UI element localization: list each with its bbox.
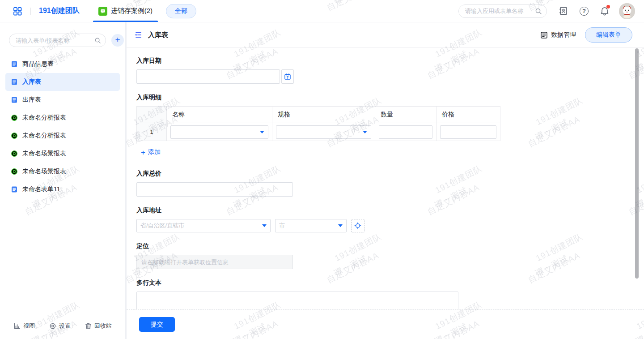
province-select[interactable]: 省/自治区/直辖市	[136, 219, 271, 232]
notification-badge	[606, 5, 610, 9]
sidebar-item-form-active[interactable]: 入库表	[5, 73, 120, 91]
sidebar-item-form[interactable]: 未命名表单11	[5, 180, 120, 198]
detail-subform-table: 名称 规格 数量 价格 1	[136, 106, 500, 141]
vertical-scrollbar-thumb[interactable]	[635, 48, 639, 279]
sidebar-item-form[interactable]: 出库表	[5, 91, 120, 109]
crosshair-location-icon	[354, 222, 361, 229]
notification-bell-icon[interactable]	[600, 6, 609, 16]
table-header-row: 名称 规格 数量 价格	[137, 107, 500, 123]
trash-icon	[85, 322, 92, 330]
top-header: 191创建团队 进销存案例(2) 全部	[0, 0, 644, 22]
form-header: 入库表 数据管理 编辑表单	[127, 22, 644, 48]
column-header-name: 名称	[167, 107, 272, 123]
form-doc-icon	[11, 60, 18, 68]
recycle-bin-button[interactable]: 回收站	[85, 322, 112, 330]
app-window: 191创建团队 进销存案例(2) 全部	[0, 0, 644, 339]
report-icon	[11, 132, 18, 139]
global-search-input[interactable]	[465, 8, 535, 14]
form-doc-icon	[11, 186, 18, 193]
locate-button[interactable]	[351, 219, 364, 232]
user-avatar[interactable]	[619, 3, 635, 19]
settings-button[interactable]: 设置	[49, 322, 71, 330]
sidebar-item-label: 商品信息表	[22, 60, 54, 68]
views-button[interactable]: 视图	[13, 322, 35, 330]
sidebar-item-report[interactable]: 未命名场景报表	[5, 145, 120, 163]
submit-button[interactable]: 提交	[139, 317, 175, 332]
field-label-date: 入库日期	[136, 57, 644, 65]
apps-grid-icon[interactable]	[13, 6, 22, 16]
sidebar-item-label: 出库表	[22, 96, 41, 104]
contacts-icon[interactable]	[559, 6, 568, 16]
report-icon	[11, 150, 18, 157]
gear-icon	[49, 322, 56, 330]
column-header-index	[137, 107, 167, 123]
form-doc-icon	[11, 78, 18, 86]
sidebar-item-report[interactable]: 未命名分析报表	[5, 127, 120, 145]
sidebar-form-list: 商品信息表 入库表 出库表 未命名分析报表 未命名分析报表	[0, 53, 125, 317]
table-row: 1	[137, 123, 500, 141]
team-name-link[interactable]: 191创建团队	[39, 6, 80, 16]
sidebar-item-report[interactable]: 未命名场景报表	[5, 163, 120, 180]
date-input[interactable]	[136, 69, 280, 84]
header-left: 191创建团队 进销存案例(2) 全部	[13, 0, 196, 22]
collapse-sidebar-icon[interactable]	[134, 30, 143, 39]
spec-select[interactable]	[276, 125, 371, 139]
price-input[interactable]	[440, 125, 496, 139]
chevron-down-icon	[338, 224, 343, 227]
field-label-address: 入库地址	[136, 206, 644, 215]
header-right: ?	[458, 3, 635, 19]
form-doc-icon	[11, 96, 18, 103]
city-select[interactable]: 市	[275, 219, 347, 232]
sidebar: + 商品信息表 入库表 出库表 未命名分析报表	[0, 22, 125, 339]
header-icon-group: ?	[559, 6, 609, 16]
help-icon[interactable]: ?	[580, 7, 589, 16]
sidebar-item-label: 未命名场景报表	[22, 167, 66, 176]
field-label-location: 定位	[136, 242, 644, 250]
sidebar-item-label: 未命名表单11	[22, 185, 60, 193]
column-header-spec: 规格	[272, 107, 375, 123]
chevron-down-icon	[262, 224, 267, 227]
scope-all-button[interactable]: 全部	[166, 4, 196, 18]
row-index: 1	[137, 123, 167, 141]
tab-app-current[interactable]: 进销存案例(2)	[98, 0, 153, 22]
location-input	[136, 255, 293, 269]
sidebar-search-box	[9, 34, 106, 47]
field-label-detail: 入库明细	[136, 94, 644, 102]
chevron-down-icon	[363, 131, 367, 133]
sidebar-item-label: 入库表	[22, 78, 41, 86]
calendar-button[interactable]	[281, 69, 294, 84]
sidebar-item-label: 未命名分析报表	[22, 132, 66, 140]
sidebar-search-input[interactable]	[16, 37, 94, 44]
header-divider	[30, 8, 31, 15]
total-price-input[interactable]	[136, 182, 293, 197]
main-pane: 入库表 数据管理 编辑表单 入库日期	[127, 22, 644, 339]
form-actions: 数据管理 编辑表单	[540, 27, 632, 43]
report-icon	[11, 168, 18, 175]
column-header-price: 价格	[436, 107, 500, 123]
search-icon[interactable]	[535, 8, 542, 15]
address-field-row: 省/自治区/直辖市 市	[136, 219, 644, 232]
data-list-icon	[540, 31, 548, 39]
column-header-quantity: 数量	[375, 107, 436, 123]
add-row-button[interactable]: + 添加	[141, 148, 161, 156]
edit-form-button[interactable]: 编辑表单	[585, 27, 632, 43]
name-select[interactable]	[170, 125, 268, 139]
tab-app-label: 进销存案例(2)	[111, 7, 153, 15]
add-form-button[interactable]: +	[111, 34, 124, 47]
sidebar-item-label: 未命名场景报表	[22, 150, 66, 158]
data-manage-button[interactable]: 数据管理	[540, 31, 576, 39]
sidebar-item-report[interactable]: 未命名分析报表	[5, 109, 120, 127]
date-field-row	[136, 69, 644, 84]
sidebar-footer: 视图 设置 回收站	[0, 317, 125, 339]
form-footer: 提交	[127, 309, 644, 339]
search-icon	[94, 37, 101, 44]
page-title: 入库表	[148, 31, 168, 39]
calendar-icon	[284, 73, 291, 80]
sidebar-item-form[interactable]: 商品信息表	[5, 55, 120, 73]
sidebar-item-label: 未命名分析报表	[22, 114, 66, 122]
form-content: 入库日期 入库明细 名称	[127, 48, 644, 339]
sidebar-search-row: +	[0, 22, 125, 53]
quantity-input[interactable]	[379, 125, 432, 139]
report-icon	[11, 114, 18, 121]
chevron-down-icon	[260, 131, 264, 133]
